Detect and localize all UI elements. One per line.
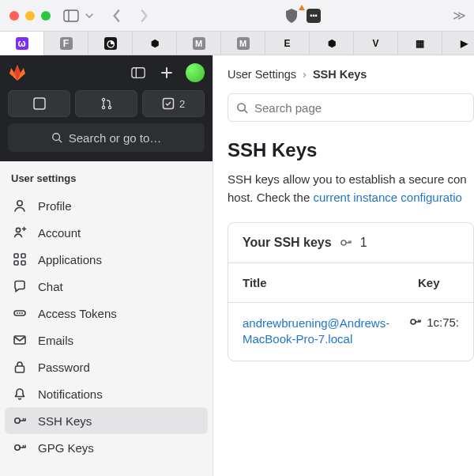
ssh-keys-card: Your SSH keys 1 Title Key andrewbruening… xyxy=(228,222,474,361)
sidebar-item-label: Password xyxy=(38,361,90,374)
svg-point-7 xyxy=(108,106,111,108)
tab-vue[interactable]: V xyxy=(354,32,398,55)
card-heading: Your SSH keys xyxy=(243,236,332,250)
breadcrumb-root[interactable]: User Settings xyxy=(228,68,296,81)
chat-icon xyxy=(13,279,27,293)
toolbar-overflow-icon[interactable]: ≫ xyxy=(453,8,465,24)
svg-point-19 xyxy=(21,312,23,314)
sidebar-item-chat[interactable]: Chat xyxy=(5,273,208,300)
toolbar-dropdown-icon[interactable] xyxy=(85,8,93,24)
tab-yt[interactable]: ▶ xyxy=(442,32,474,55)
key-icon xyxy=(409,315,422,328)
tab-purple[interactable]: ω xyxy=(0,32,44,55)
window-minimize-button[interactable] xyxy=(25,11,35,21)
person-icon xyxy=(13,198,27,213)
sidebar-item-profile[interactable]: Profile xyxy=(5,192,208,219)
breadcrumb-current: SSH Keys xyxy=(313,68,367,81)
main-content: User Settings › SSH Keys SSH Keys SSH ke… xyxy=(213,55,474,476)
collapse-sidebar-icon[interactable] xyxy=(129,63,148,82)
nav-back-button[interactable] xyxy=(109,8,125,24)
sidebar-item-notifications[interactable]: Notifications xyxy=(5,380,208,407)
col-key: Key xyxy=(418,276,440,289)
extension-icon[interactable]: ••• xyxy=(307,9,321,23)
todos-button[interactable]: 2 xyxy=(142,90,205,117)
svg-point-10 xyxy=(17,201,22,206)
apps-icon xyxy=(13,252,27,266)
sidebar-item-emails[interactable]: Emails xyxy=(5,327,208,353)
window-close-button[interactable] xyxy=(9,11,19,21)
key-icon xyxy=(13,440,27,455)
svg-point-11 xyxy=(16,228,20,232)
sidebar-item-label: Access Tokens xyxy=(38,307,117,320)
favicon: F xyxy=(60,37,73,50)
privacy-shield-icon[interactable] xyxy=(284,8,300,24)
svg-rect-15 xyxy=(21,261,25,265)
create-new-icon[interactable] xyxy=(157,63,176,82)
tab-grey-f[interactable]: F xyxy=(44,32,88,55)
sidebar-item-account[interactable]: Account xyxy=(5,219,208,246)
svg-rect-0 xyxy=(64,10,78,21)
svg-point-18 xyxy=(19,312,21,314)
svg-point-26 xyxy=(411,319,416,324)
sidebar-item-label: Account xyxy=(38,226,81,240)
favicon: ⬢ xyxy=(325,37,338,50)
svg-rect-21 xyxy=(16,366,24,372)
sidebar-section-title: User settings xyxy=(0,161,213,192)
favicon: E xyxy=(281,37,294,50)
sidebar-item-label: Applications xyxy=(38,253,102,266)
tab-m2[interactable]: M xyxy=(221,32,265,55)
traffic-lights xyxy=(9,11,51,21)
sidebar-search-placeholder: Search or go to… xyxy=(69,131,162,145)
sidebar-toggle-icon[interactable] xyxy=(63,8,79,24)
page-search[interactable] xyxy=(228,93,474,122)
svg-point-5 xyxy=(102,98,104,100)
tab-cube1[interactable]: ⬢ xyxy=(133,32,177,55)
favicon: ⬢ xyxy=(149,37,161,50)
col-title: Title xyxy=(243,276,418,289)
window-zoom-button[interactable] xyxy=(41,11,51,21)
sidebar-item-gpg-keys[interactable]: GPG Keys xyxy=(5,434,208,461)
favicon: M xyxy=(193,37,205,50)
browser-toolbar: ••• ≫ xyxy=(0,0,474,32)
favicon: V xyxy=(370,37,382,50)
svg-point-17 xyxy=(17,312,18,314)
breadcrumb: User Settings › SSH Keys xyxy=(228,68,474,81)
sidebar-item-label: Emails xyxy=(38,334,73,347)
ssh-key-title-link[interactable]: andrewbruening@Andrews-MacBook-Pro-7.loc… xyxy=(243,315,409,348)
tab-m1[interactable]: M xyxy=(177,32,221,55)
favicon: ω xyxy=(16,37,28,50)
tab-doc[interactable]: ▦ xyxy=(398,32,442,55)
svg-point-6 xyxy=(102,106,104,108)
svg-rect-12 xyxy=(14,254,18,258)
favicon: M xyxy=(237,37,250,50)
todos-count: 2 xyxy=(179,98,185,110)
sidebar-item-access-tokens[interactable]: Access Tokens xyxy=(5,300,208,327)
favicon: ▦ xyxy=(414,37,427,50)
nav-forward-button[interactable] xyxy=(136,8,152,24)
page-description: SSH keys allow you to establish a secure… xyxy=(228,171,474,206)
page-title: SSH Keys xyxy=(228,139,474,161)
sidebar-item-applications[interactable]: Applications xyxy=(5,246,208,273)
page-search-input[interactable] xyxy=(254,101,465,115)
merge-requests-button[interactable] xyxy=(75,90,137,117)
sidebar-item-password[interactable]: Password xyxy=(5,353,208,380)
key-count: 1 xyxy=(360,236,367,250)
user-avatar[interactable] xyxy=(186,63,205,82)
tab-black[interactable]: ◔ xyxy=(88,32,133,55)
issues-button[interactable] xyxy=(8,90,70,117)
table-row: andrewbruening@Andrews-MacBook-Pro-7.loc… xyxy=(228,302,473,361)
ssh-key-fingerprint: 1c:75: xyxy=(409,315,459,348)
key-icon xyxy=(340,236,352,249)
gitlab-sidebar: 2 Search or go to… User settings Profile… xyxy=(0,55,213,476)
sidebar-search[interactable]: Search or go to… xyxy=(8,123,205,152)
sidebar-item-ssh-keys[interactable]: SSH Keys xyxy=(5,407,208,434)
tab-cube2[interactable]: ⬢ xyxy=(310,32,354,55)
sidebar-item-label: Chat xyxy=(38,280,63,293)
gitlab-logo-icon[interactable] xyxy=(8,63,27,82)
chevron-right-icon: › xyxy=(303,68,307,81)
instance-config-link[interactable]: current instance configuratio xyxy=(313,191,461,204)
tab-e[interactable]: E xyxy=(265,32,310,55)
svg-rect-14 xyxy=(14,261,18,265)
key-icon xyxy=(13,414,27,428)
browser-tabstrip: ωF◔⬢MME⬢V▦▶◑ xyxy=(0,32,474,55)
